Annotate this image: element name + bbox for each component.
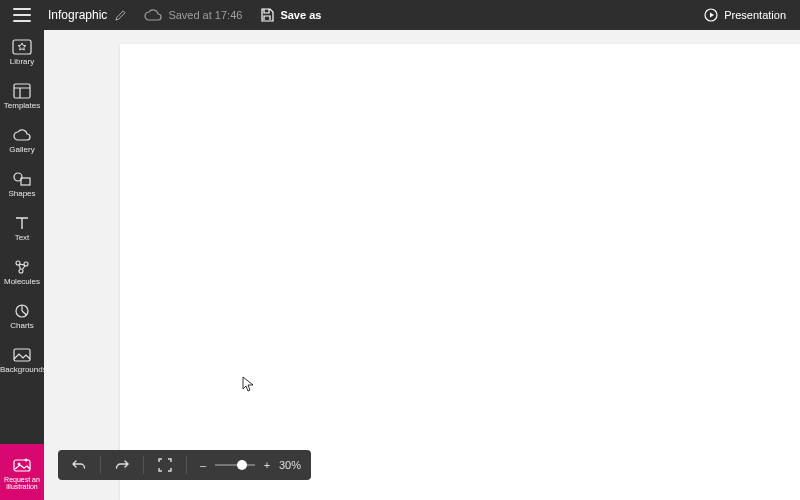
sidebar-item-label: Charts	[0, 322, 44, 330]
hamburger-icon	[13, 8, 31, 22]
zoom-out-button[interactable]: –	[197, 459, 209, 471]
canvas-area[interactable]: – + 30%	[44, 30, 800, 500]
svg-rect-2	[14, 84, 30, 98]
sidebar-item-text[interactable]: Text	[0, 206, 44, 250]
sidebar-item-gallery[interactable]: Gallery	[0, 118, 44, 162]
sidebar-item-library[interactable]: Library	[0, 30, 44, 74]
zoom-slider-knob[interactable]	[237, 460, 247, 470]
sidebar-item-label: Shapes	[0, 190, 44, 198]
fit-screen-button[interactable]	[154, 454, 176, 476]
document-title[interactable]: Infographic	[48, 8, 126, 22]
sidebar-item-label: Molecules	[0, 278, 44, 286]
request-icon	[12, 454, 32, 474]
zoom-value: 30%	[279, 459, 301, 471]
sidebar-item-backgrounds[interactable]: Backgrounds	[0, 338, 44, 382]
sidebar-item-shapes[interactable]: Shapes	[0, 162, 44, 206]
saved-status: Saved at 17:46	[144, 9, 242, 21]
redo-button[interactable]	[111, 454, 133, 476]
image-icon	[13, 346, 31, 364]
menu-button[interactable]	[0, 0, 44, 30]
play-circle-icon	[704, 8, 718, 22]
sidebar-item-charts[interactable]: Charts	[0, 294, 44, 338]
sidebar: Library Templates Gallery Shapes	[0, 30, 44, 500]
svg-point-6	[24, 262, 28, 266]
svg-point-5	[16, 261, 20, 265]
layout-icon	[13, 82, 31, 100]
sidebar-item-label: Text	[0, 234, 44, 242]
mouse-cursor-icon	[242, 376, 254, 392]
redo-icon	[115, 458, 129, 472]
sidebar-item-templates[interactable]: Templates	[0, 74, 44, 118]
zoom-control: – + 30%	[197, 459, 301, 471]
presentation-label: Presentation	[724, 9, 786, 21]
divider	[186, 456, 187, 474]
undo-button[interactable]	[68, 454, 90, 476]
top-bar: Infographic Saved at 17:46 Save as Prese…	[0, 0, 800, 30]
request-illustration-button[interactable]: Request an illustration	[0, 444, 44, 500]
pie-chart-icon	[14, 302, 30, 320]
sidebar-item-label: Gallery	[0, 146, 44, 154]
save-as-label: Save as	[280, 9, 321, 21]
svg-rect-10	[14, 460, 30, 471]
sidebar-item-label: Library	[0, 58, 44, 66]
canvas-page[interactable]	[120, 44, 800, 500]
svg-point-7	[19, 269, 23, 273]
molecule-icon	[13, 258, 31, 276]
bottom-toolbar: – + 30%	[58, 450, 311, 480]
pencil-icon	[115, 10, 126, 21]
request-label: Request an illustration	[2, 476, 42, 490]
sidebar-item-molecules[interactable]: Molecules	[0, 250, 44, 294]
star-card-icon	[12, 38, 32, 56]
save-as-button[interactable]: Save as	[260, 8, 321, 22]
zoom-in-button[interactable]: +	[261, 459, 273, 471]
text-icon	[14, 214, 30, 232]
svg-rect-4	[21, 178, 30, 185]
cloud-icon	[144, 9, 162, 21]
presentation-button[interactable]: Presentation	[704, 8, 786, 22]
saved-status-text: Saved at 17:46	[168, 9, 242, 21]
zoom-slider[interactable]	[215, 464, 255, 466]
shapes-icon	[12, 170, 32, 188]
document-title-text: Infographic	[48, 8, 107, 22]
undo-icon	[72, 458, 86, 472]
sidebar-item-label: Backgrounds	[0, 366, 44, 374]
svg-rect-9	[14, 349, 30, 361]
cloud-icon	[12, 126, 32, 144]
divider	[143, 456, 144, 474]
sidebar-item-label: Templates	[0, 102, 44, 110]
divider	[100, 456, 101, 474]
floppy-icon	[260, 8, 274, 22]
fit-screen-icon	[158, 458, 172, 472]
